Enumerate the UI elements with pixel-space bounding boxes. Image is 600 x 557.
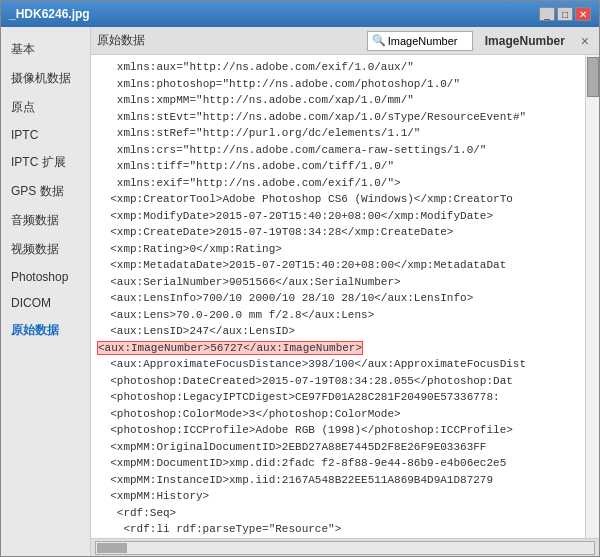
panel-title: 原始数据 (97, 32, 145, 49)
xml-line: <xmpMM:History> (97, 488, 579, 505)
sidebar-item-dicom[interactable]: DICOM (1, 290, 90, 316)
search-icon: 🔍 (372, 34, 386, 47)
sidebar-item-video[interactable]: 视频数据 (1, 235, 90, 264)
sidebar-item-gps[interactable]: GPS 数据 (1, 177, 90, 206)
xml-line: xmlns:xmpMM="http://ns.adobe.com/xap/1.0… (97, 92, 579, 109)
xml-line: xmlns:tiff="http://ns.adobe.com/tiff/1.0… (97, 158, 579, 175)
xml-line: <rdf:li rdf:parseType="Resource"> (97, 521, 579, 538)
title-controls: _ □ ✕ (539, 7, 591, 21)
maximize-button[interactable]: □ (557, 7, 573, 21)
xml-content[interactable]: xmlns:aux="http://ns.adobe.com/exif/1.0/… (91, 55, 585, 538)
xml-line: <aux:ApproximateFocusDistance>398/100</a… (97, 356, 579, 373)
title-bar: _HDK6246.jpg _ □ ✕ (1, 1, 599, 27)
xml-line: <xmp:CreateDate>2015-07-19T08:34:28</xmp… (97, 224, 579, 241)
h-scroll-thumb[interactable] (97, 543, 127, 553)
xml-line: <aux:LensID>247</aux:LensID> (97, 323, 579, 340)
xml-line: xmlns:stEvt="http://ns.adobe.com/xap/1.0… (97, 109, 579, 126)
sidebar: 基本 摄像机数据 原点 IPTC IPTC 扩展 GPS 数据 音频数据 视频数… (1, 27, 91, 556)
search-close-button[interactable]: × (577, 33, 593, 49)
xml-line: <aux:LensInfo>700/10 2000/10 28/10 28/10… (97, 290, 579, 307)
sidebar-item-origin[interactable]: 原点 (1, 93, 90, 122)
xml-line: <xmp:Rating>0</xmp:Rating> (97, 241, 579, 258)
panel-header: 原始数据 🔍 ImageNumber × (91, 27, 599, 55)
sidebar-item-iptc-ext[interactable]: IPTC 扩展 (1, 148, 90, 177)
xml-line: <photoshop:ICCProfile>Adobe RGB (1998)</… (97, 422, 579, 439)
search-input[interactable] (388, 35, 468, 47)
xml-line: <xmpMM:InstanceID>xmp.iid:2167A548B22EE5… (97, 472, 579, 489)
sidebar-item-basic[interactable]: 基本 (1, 35, 90, 64)
xml-line: <photoshop:ColorMode>3</photoshop:ColorM… (97, 406, 579, 423)
window-title: _HDK6246.jpg (9, 7, 90, 21)
xml-line: <xmp:ModifyDate>2015-07-20T15:40:20+08:0… (97, 208, 579, 225)
xml-line: <aux:Lens>70.0-200.0 mm f/2.8</aux:Lens> (97, 307, 579, 324)
scrollbar[interactable] (585, 55, 599, 538)
sidebar-item-audio[interactable]: 音频数据 (1, 206, 90, 235)
close-button[interactable]: ✕ (575, 7, 591, 21)
xml-line: <xmpMM:DocumentID>xmp.did:2fadc f2-8f88-… (97, 455, 579, 472)
main-window: _HDK6246.jpg _ □ ✕ 基本 摄像机数据 原点 IPTC IPTC… (0, 0, 600, 557)
xml-line: <aux:ImageNumber>56727</aux:ImageNumber> (97, 340, 579, 357)
xml-line: <rdf:Seq> (97, 505, 579, 522)
minimize-button[interactable]: _ (539, 7, 555, 21)
sidebar-item-photoshop[interactable]: Photoshop (1, 264, 90, 290)
horizontal-scrollbar[interactable] (95, 541, 595, 555)
right-panel: 原始数据 🔍 ImageNumber × xmlns:aux="http://n… (91, 27, 599, 556)
xml-line: <xmp:CreatorTool>Adobe Photoshop CS6 (Wi… (97, 191, 579, 208)
panel-header-left: 原始数据 (97, 32, 145, 49)
bottom-bar (91, 538, 599, 556)
sidebar-item-iptc[interactable]: IPTC (1, 122, 90, 148)
xml-line: xmlns:exif="http://ns.adobe.com/exif/1.0… (97, 175, 579, 192)
sidebar-item-camera[interactable]: 摄像机数据 (1, 64, 90, 93)
xml-line: <aux:SerialNumber>9051566</aux:SerialNum… (97, 274, 579, 291)
xml-line: xmlns:photoshop="http://ns.adobe.com/pho… (97, 76, 579, 93)
xml-line: xmlns:stRef="http://purl.org/dc/elements… (97, 125, 579, 142)
xml-line: <photoshop:LegacyIPTCDigest>CE97FD01A28C… (97, 389, 579, 406)
xml-line: xmlns:aux="http://ns.adobe.com/exif/1.0/… (97, 59, 579, 76)
search-label: ImageNumber (479, 34, 571, 48)
xml-line: <xmpMM:OriginalDocumentID>2EBD27A88E7445… (97, 439, 579, 456)
xml-line: <xmp:MetadataDate>2015-07-20T15:40:20+08… (97, 257, 579, 274)
main-content: 基本 摄像机数据 原点 IPTC IPTC 扩展 GPS 数据 音频数据 视频数… (1, 27, 599, 556)
sidebar-item-raw[interactable]: 原始数据 (1, 316, 90, 345)
search-box[interactable]: 🔍 (367, 31, 473, 51)
xml-highlight: <aux:ImageNumber>56727</aux:ImageNumber> (97, 341, 363, 355)
xml-line: <photoshop:DateCreated>2015-07-19T08:34:… (97, 373, 579, 390)
xml-line: xmlns:crs="http://ns.adobe.com/camera-ra… (97, 142, 579, 159)
